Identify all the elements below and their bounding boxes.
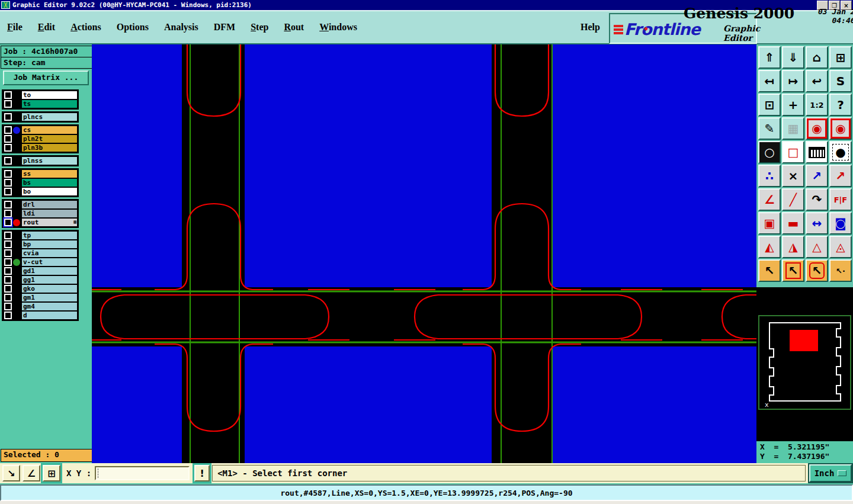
layer-row-pln3b[interactable]: pln3b: [3, 143, 78, 152]
help-question-icon[interactable]: ?: [829, 94, 852, 116]
layer-checkbox[interactable]: [4, 91, 12, 99]
layer-checkbox[interactable]: [4, 126, 12, 134]
menu-dfm[interactable]: DFM: [214, 22, 235, 33]
layer-name[interactable]: ts: [21, 99, 78, 108]
layer-row-gg1[interactable]: gg1: [3, 275, 78, 284]
tools-icon[interactable]: ✎: [758, 117, 781, 140]
layer-row-ss[interactable]: ss: [3, 169, 78, 178]
layer-checkbox[interactable]: [4, 201, 12, 208]
layer-name[interactable]: gko: [21, 284, 78, 293]
undo-view-icon[interactable]: ↩: [806, 70, 828, 92]
layer-name[interactable]: cvia: [21, 249, 78, 258]
layer-name[interactable]: to: [21, 91, 78, 99]
layer-row-gm1[interactable]: gm1: [3, 293, 78, 302]
fit-view-icon[interactable]: ⊡: [758, 94, 781, 116]
layer-row-bp[interactable]: bp: [3, 240, 78, 249]
menu-analysis[interactable]: Analysis: [164, 22, 198, 33]
layer-row-ldi[interactable]: ldi: [3, 209, 78, 218]
layer-checkbox[interactable]: [4, 285, 12, 293]
zoom-feature-icon[interactable]: ○: [758, 141, 781, 163]
menu-actions[interactable]: Actions: [70, 22, 101, 33]
frame-select-icon[interactable]: ↖: [782, 259, 804, 282]
arc-flat-icon[interactable]: △: [806, 236, 828, 258]
layer-name[interactable]: tp: [21, 231, 78, 240]
layer-row-bs[interactable]: bs: [3, 178, 78, 187]
layer-row-cs[interactable]: cs: [3, 126, 78, 134]
layer-row-drl[interactable]: drl: [3, 200, 78, 209]
layer-display-alt-icon[interactable]: ◉: [829, 117, 852, 140]
layer-checkbox[interactable]: [4, 100, 12, 108]
overview-minimap[interactable]: x: [756, 287, 853, 441]
measure-distance-icon[interactable]: ↘: [2, 465, 20, 481]
job-matrix-button[interactable]: Job Matrix ...: [3, 70, 89, 85]
net-select-icon[interactable]: ↖·: [829, 259, 852, 282]
layer-display-icon[interactable]: ◉: [806, 117, 828, 140]
layer-checkbox[interactable]: [4, 294, 12, 301]
grid-window-icon[interactable]: ⊞: [43, 465, 60, 481]
layer-row-tp[interactable]: tp: [3, 231, 78, 240]
layer-checkbox[interactable]: [4, 267, 12, 275]
xy-input[interactable]: [95, 466, 190, 480]
layer-row-gd1[interactable]: gd1: [3, 267, 78, 275]
surface-icon[interactable]: ◙: [829, 212, 852, 235]
layer-name[interactable]: plncs: [21, 113, 78, 121]
menu-edit[interactable]: Edit: [38, 22, 55, 33]
layer-name[interactable]: rout▦: [21, 218, 78, 227]
layer-name[interactable]: gd1: [21, 267, 78, 275]
layer-name[interactable]: pln2t: [21, 134, 78, 143]
width-measure-icon[interactable]: ↔: [806, 212, 828, 235]
delete-icon[interactable]: ×: [782, 165, 804, 187]
layer-name[interactable]: ss: [21, 169, 78, 178]
layer-checkbox[interactable]: [4, 303, 12, 310]
scale-1-2-icon[interactable]: 1:2: [806, 94, 828, 116]
reshape-icon[interactable]: □: [782, 141, 804, 163]
layer-checkbox[interactable]: [4, 210, 12, 217]
rotate-icon[interactable]: ↷: [806, 188, 828, 211]
layer-checkbox[interactable]: [4, 135, 12, 143]
arc-peak-icon[interactable]: ◮: [782, 236, 804, 258]
pan-right-icon[interactable]: ↦: [782, 70, 804, 92]
layer-checkbox[interactable]: [4, 312, 12, 319]
layer-checkbox[interactable]: [4, 276, 12, 284]
layer-checkbox[interactable]: [4, 232, 12, 239]
layer-checkbox[interactable]: [4, 188, 12, 195]
select-single-icon[interactable]: ●: [829, 141, 852, 163]
move-to-point-icon[interactable]: ↗: [806, 165, 828, 187]
center-view-icon[interactable]: +: [782, 94, 804, 116]
layer-name[interactable]: v-cut: [21, 258, 78, 267]
layer-row-gm4[interactable]: gm4: [3, 302, 78, 311]
layer-checkbox[interactable]: [4, 113, 12, 121]
layer-row-v-cut[interactable]: v-cut: [3, 258, 78, 267]
copy-to-point-icon[interactable]: ↗: [829, 165, 852, 187]
layer-checkbox[interactable]: [4, 249, 12, 257]
grid-icon[interactable]: ▦: [782, 117, 804, 140]
layer-name[interactable]: ldi: [21, 209, 78, 218]
menu-options[interactable]: Options: [117, 22, 149, 33]
poly-select-icon[interactable]: ↖: [806, 259, 828, 282]
menu-file[interactable]: File: [7, 22, 23, 33]
layer-row-d[interactable]: d: [3, 311, 78, 320]
layer-checkbox[interactable]: [4, 240, 12, 248]
menu-help[interactable]: Help: [581, 22, 600, 33]
serpentine-rout-icon[interactable]: S: [829, 70, 852, 92]
mirror-icon[interactable]: F|F: [829, 188, 852, 211]
ruler-icon[interactable]: [806, 141, 828, 163]
pcb-canvas[interactable]: [92, 44, 756, 463]
layer-name[interactable]: d: [21, 311, 78, 320]
home-view-icon[interactable]: ⌂: [806, 46, 828, 69]
layer-name[interactable]: pln3b: [21, 143, 78, 152]
angle-measure-icon[interactable]: ∠: [758, 188, 781, 211]
layer-checkbox[interactable]: [4, 258, 12, 266]
layer-row-to[interactable]: to: [3, 91, 78, 99]
layer-name[interactable]: gm4: [21, 302, 78, 311]
layer-name[interactable]: bp: [21, 240, 78, 249]
layer-name[interactable]: gm1: [21, 293, 78, 302]
layer-row-pln2t[interactable]: pln2t: [3, 134, 78, 143]
layer-row-rout[interactable]: rout▦: [3, 218, 78, 227]
layer-row-bo[interactable]: bo: [3, 187, 78, 196]
units-dropdown[interactable]: Inch: [809, 464, 852, 482]
arc-tangent-icon[interactable]: ◬: [829, 236, 852, 258]
menu-rout[interactable]: Rout: [284, 22, 304, 33]
copy-pad-icon[interactable]: ▣: [758, 212, 781, 235]
layer-name[interactable]: gg1: [21, 275, 78, 284]
